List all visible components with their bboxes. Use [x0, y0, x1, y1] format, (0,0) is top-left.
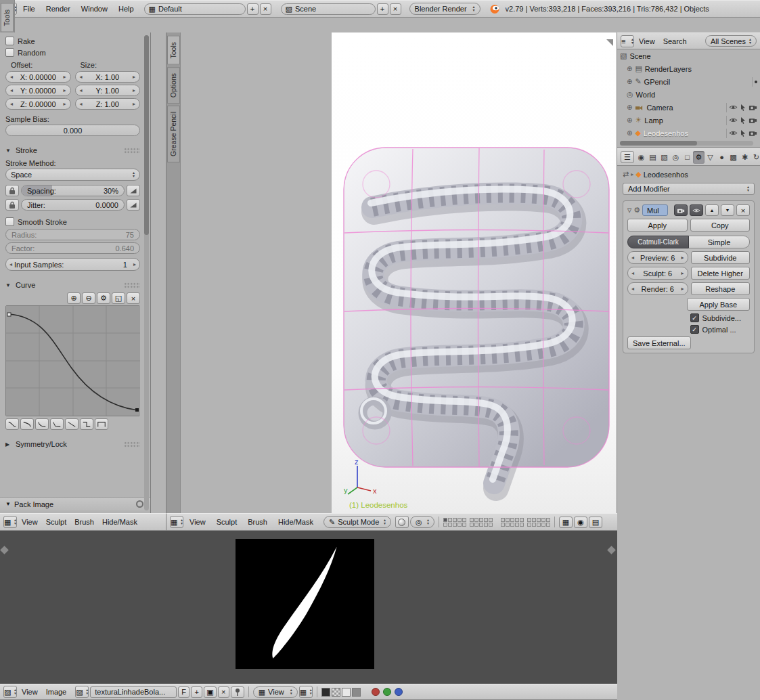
outliner-row-gpencil[interactable]: ⊕ ✎GPencil	[617, 75, 760, 88]
subdivide-button[interactable]: Subdivide	[691, 251, 751, 264]
jitter-pressure-button[interactable]	[127, 199, 140, 211]
offset-x-field[interactable]: ◂X: 0.00000▸	[5, 71, 71, 83]
apply-button[interactable]: Apply	[627, 219, 688, 232]
subdivide-uvs-checkbox[interactable]: Subdivide...	[690, 313, 751, 322]
curve-delete-button[interactable]: ×	[127, 292, 140, 304]
spacing-pressure-button[interactable]	[127, 185, 140, 196]
simple-button[interactable]: Simple	[689, 236, 750, 248]
pivot-dropdown[interactable]: ◎▴▾	[410, 516, 434, 528]
editor-type-outliner-button[interactable]: ≡▴▾	[621, 35, 634, 47]
menu-file[interactable]: File	[18, 3, 40, 14]
spacing-slider[interactable]: Spacing:30%	[21, 185, 125, 196]
render-restrict-icon[interactable]	[748, 129, 757, 137]
record-blue-icon[interactable]	[395, 688, 403, 696]
viewport-shading-button[interactable]	[395, 516, 409, 528]
outliner-row-lamp[interactable]: ⊕ ☀Lamp	[617, 114, 760, 127]
eye-icon[interactable]	[729, 116, 738, 124]
outliner-hscrollbar[interactable]	[620, 141, 753, 146]
offset-y-field[interactable]: ◂Y: 0.00000▸	[5, 85, 71, 96]
save-external-button[interactable]: Save External...	[627, 336, 691, 349]
size-z-field[interactable]: ◂Z: 1.00▸	[75, 98, 141, 110]
curve-preset-sharp-button[interactable]	[50, 418, 64, 430]
add-screen-layout-button[interactable]: +	[247, 3, 259, 15]
curve-tools-button[interactable]: ⚙	[97, 292, 110, 304]
curve-zoom-out-button[interactable]: ⊖	[82, 292, 95, 304]
expand-icon[interactable]: ⊕	[627, 129, 632, 137]
modifier-name-field[interactable]: Mul	[642, 204, 668, 216]
tab-options[interactable]: Options	[167, 67, 180, 104]
record-red-icon[interactable]	[372, 688, 380, 696]
tab-render[interactable]: ◉	[635, 151, 647, 164]
region-expand-icon[interactable]	[606, 39, 613, 46]
layers-grid-c[interactable]	[501, 518, 524, 527]
tab-world[interactable]: ◎	[670, 151, 681, 164]
image-editor[interactable]	[0, 531, 617, 684]
menu-view[interactable]: View	[635, 36, 658, 47]
curve-clipping-button[interactable]: ◱	[112, 292, 125, 304]
menu-sculpt[interactable]: Sculpt	[212, 517, 242, 527]
jitter-slider[interactable]: Jitter:0.0000	[21, 199, 125, 211]
menu-brush[interactable]: Brush	[71, 517, 97, 527]
reshape-button[interactable]: Reshape	[691, 282, 751, 295]
outliner-row-scene[interactable]: ▧Scene	[617, 49, 760, 62]
modifier-delete-button[interactable]: ×	[736, 204, 750, 216]
record-green-icon[interactable]	[383, 688, 391, 696]
menu-sculpt[interactable]: Sculpt	[43, 517, 70, 527]
curve-preset-root-button[interactable]	[35, 418, 49, 430]
panel-options-icon[interactable]	[136, 500, 143, 508]
curve-zoom-in-button[interactable]: ⊕	[67, 292, 81, 304]
menu-image[interactable]: Image	[43, 686, 70, 697]
expand-icon[interactable]: ⊕	[627, 65, 632, 72]
modifier-render-toggle[interactable]	[674, 204, 688, 216]
outliner-row-world[interactable]: ◎World	[617, 88, 760, 101]
sample-bias-slider[interactable]: 0.000	[5, 125, 140, 136]
menu-window[interactable]: Window	[76, 3, 112, 14]
render-restrict-icon[interactable]	[748, 104, 757, 111]
tab-physics[interactable]: ↻	[751, 151, 760, 164]
editor-type-properties-button[interactable]: ☰	[621, 151, 634, 163]
smooth-stroke-checkbox[interactable]: Smooth Stroke	[5, 217, 140, 226]
modifier-move-down-button[interactable]: ▼	[721, 204, 734, 216]
toolshelf1-scrollbar[interactable]	[144, 35, 149, 510]
menu-search[interactable]: Search	[660, 36, 690, 47]
region-handle-right-icon[interactable]	[607, 546, 616, 554]
delete-screen-layout-button[interactable]: ×	[260, 3, 271, 15]
editor-type-3dview-button[interactable]: ▦▴▾	[170, 516, 183, 528]
image-mode-dropdown[interactable]: ▦View▴▾	[253, 686, 298, 698]
channel-rgb-icon[interactable]	[321, 688, 330, 697]
tab-material[interactable]: ●	[716, 151, 728, 164]
cursor-icon[interactable]	[740, 129, 746, 137]
delete-higher-button[interactable]: Delete Higher	[691, 267, 751, 280]
tab-tools[interactable]: Tools	[167, 36, 180, 65]
stroke-method-dropdown[interactable]: Space▴▾	[5, 169, 140, 181]
display-filter-dropdown[interactable]: All Scenes▴▾	[705, 35, 757, 47]
tab-object-data[interactable]: ▽	[705, 151, 716, 164]
image-name-field[interactable]: texturaLinhadeBola...	[90, 686, 177, 698]
region-handle-left-icon[interactable]	[0, 546, 9, 554]
curve-preset-sphere-button[interactable]	[20, 418, 34, 430]
size-y-field[interactable]: ◂Y: 1.00▸	[75, 85, 141, 96]
modifier-move-up-button[interactable]: ▲	[705, 204, 719, 216]
rake-checkbox[interactable]: Rake	[5, 37, 140, 45]
jitter-lock-button[interactable]	[5, 199, 19, 211]
offset-z-field[interactable]: ◂Z: 0.00000▸	[5, 98, 71, 110]
brush-curve-widget[interactable]	[5, 305, 140, 416]
symmetry-lock-panel-header[interactable]: ▶Symmetry/Lock	[5, 438, 140, 450]
curve-preset-constant-button[interactable]	[95, 418, 108, 430]
add-modifier-dropdown[interactable]: Add Modifier▴▾	[623, 183, 755, 195]
menu-brush[interactable]: Brush	[243, 517, 272, 527]
optimal-display-checkbox[interactable]: Optimal ...	[690, 325, 751, 334]
curve-panel-header[interactable]: ▼Curve	[5, 279, 140, 291]
curve-preset-linear-button[interactable]	[65, 418, 79, 430]
mode-dropdown[interactable]: ✎Sculpt Mode▴▾	[323, 516, 391, 528]
menu-view[interactable]: View	[185, 517, 210, 527]
menu-view[interactable]: View	[18, 686, 41, 697]
menu-help[interactable]: Help	[114, 3, 139, 14]
tab-modifiers[interactable]: ⚙	[693, 151, 705, 164]
tab-object[interactable]: □	[681, 151, 693, 164]
render-engine-dropdown[interactable]: Blender Render▴▾	[409, 3, 480, 15]
pack-image-button[interactable]: ▣	[204, 686, 216, 698]
image-fake-user-button[interactable]: F	[178, 686, 189, 698]
render-anim-button[interactable]: ▤	[589, 517, 602, 528]
menu-view[interactable]: View	[18, 517, 41, 527]
